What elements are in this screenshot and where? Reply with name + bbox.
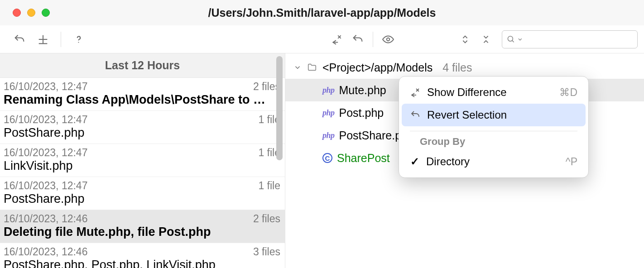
history-count: 3 files (253, 246, 280, 258)
history-title: LinkVisit.php (4, 159, 266, 173)
history-item[interactable]: 16/10/2023, 12:463 filesPostShare.php, P… (0, 243, 285, 268)
history-pane: Last 12 Hours 16/10/2023, 12:472 filesRe… (0, 53, 285, 268)
svg-line-6 (512, 40, 514, 42)
class-icon: C (322, 153, 332, 163)
history-item[interactable]: 16/10/2023, 12:471 filePostShare.php (0, 177, 285, 210)
close-window-button[interactable] (13, 9, 21, 17)
window-title: /Users/John.Smith/laravel-app/app/Models (0, 6, 644, 19)
search-input[interactable] (524, 34, 633, 44)
tree-root-meta: 4 files (442, 61, 472, 74)
history-list[interactable]: 16/10/2023, 12:472 filesRenaming Class A… (0, 78, 285, 268)
search-icon (507, 34, 515, 44)
php-icon: php (322, 108, 335, 118)
changes-pane: <Project>/app/Models 4 files phpMute.php… (285, 53, 644, 268)
revert-arrow-icon (410, 110, 421, 120)
collapse-icon[interactable] (476, 30, 495, 49)
menu-show-difference-shortcut: ⌘D (559, 86, 577, 99)
diff-icon[interactable] (34, 30, 53, 49)
compare-arrow-icon[interactable] (327, 30, 346, 49)
history-item[interactable]: 16/10/2023, 12:471 fileLinkVisit.php (0, 144, 285, 177)
tree-root-label: <Project>/app/Models (322, 61, 433, 74)
menu-show-difference-label: Show Difference (427, 86, 507, 99)
history-item[interactable]: 16/10/2023, 12:472 filesRenaming Class A… (0, 78, 285, 111)
expand-icon[interactable] (456, 30, 475, 49)
history-title: PostShare.php, Post.php, LinkVisit.php (4, 258, 266, 268)
tree-root-row[interactable]: <Project>/app/Models 4 files (285, 56, 644, 79)
history-count: 2 files (253, 213, 280, 225)
diff-arrow-icon (410, 87, 421, 98)
context-menu: Show Difference ⌘D Revert Selection Grou… (399, 76, 589, 178)
history-item[interactable]: 16/10/2023, 12:471 filePostShare.php (0, 111, 285, 144)
menu-group-by-label: Group By (402, 134, 586, 150)
php-icon: php (322, 131, 335, 140)
minimize-window-button[interactable] (27, 9, 35, 17)
folder-icon (306, 62, 318, 72)
zoom-window-button[interactable] (42, 9, 50, 17)
history-title: Deleting file Mute.php, file Post.php (4, 225, 266, 239)
revert-icon[interactable] (10, 30, 29, 49)
history-time: 16/10/2023, 12:47 (4, 180, 87, 192)
menu-show-difference[interactable]: Show Difference ⌘D (402, 81, 586, 104)
toolbar-divider (61, 32, 61, 47)
help-icon[interactable] (69, 30, 88, 49)
preview-icon[interactable] (379, 30, 398, 49)
scrollbar-thumb[interactable] (276, 56, 283, 160)
menu-directory-label: Directory (426, 155, 470, 168)
chevron-down-icon (293, 63, 302, 72)
menu-separator (410, 131, 577, 131)
undo-icon[interactable] (348, 30, 367, 49)
history-time: 16/10/2023, 12:47 (4, 114, 87, 126)
search-dropdown-icon[interactable] (518, 37, 522, 42)
history-title: PostShare.php (4, 126, 266, 140)
history-group-header: Last 12 Hours (0, 53, 285, 78)
history-time: 16/10/2023, 12:47 (4, 147, 87, 159)
history-count: 1 file (258, 180, 280, 192)
window-controls (0, 9, 50, 17)
search-box[interactable] (502, 30, 638, 48)
menu-directory-shortcut: ^P (566, 156, 577, 168)
check-icon: ✓ (410, 155, 420, 168)
svg-point-4 (387, 38, 390, 41)
history-item[interactable]: 16/10/2023, 12:462 filesDeleting file Mu… (0, 210, 285, 243)
class-name: SharePost (337, 152, 390, 165)
toolbar-divider-2 (373, 32, 373, 47)
file-name: Mute.php (339, 84, 386, 97)
svg-point-3 (78, 42, 79, 43)
history-time: 16/10/2023, 12:47 (4, 81, 87, 93)
php-icon: php (322, 86, 335, 95)
titlebar: /Users/John.Smith/laravel-app/app/Models (0, 0, 644, 25)
menu-revert-selection[interactable]: Revert Selection (402, 104, 586, 126)
svg-point-5 (508, 36, 513, 41)
history-time: 16/10/2023, 12:46 (4, 246, 87, 258)
file-name: Post.php (339, 106, 384, 120)
history-title: PostShare.php (4, 192, 266, 206)
menu-revert-selection-label: Revert Selection (427, 109, 507, 121)
history-title: Renaming Class App\Models\PostShare to S… (4, 93, 266, 107)
toolbar (0, 25, 644, 53)
menu-directory[interactable]: ✓ Directory ^P (402, 150, 586, 173)
history-time: 16/10/2023, 12:46 (4, 213, 87, 225)
